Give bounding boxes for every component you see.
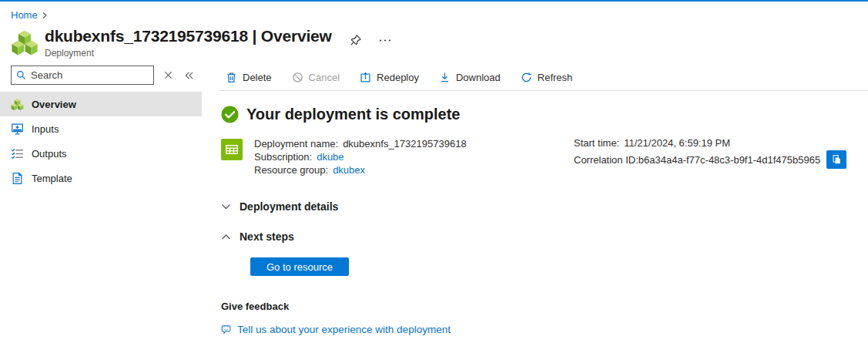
deployment-name-row: Deployment name:dkubexnfs_1732195739618	[254, 137, 467, 150]
sidebar-item-label: Outputs	[32, 148, 67, 160]
copy-icon	[831, 154, 842, 165]
page-title: dkubexnfs_1732195739618 | Overview	[45, 26, 332, 46]
resource-group-link[interactable]: dkubex	[333, 164, 365, 176]
outputs-icon	[11, 147, 24, 160]
search-input[interactable]	[31, 69, 149, 81]
deployment-details-section-toggle[interactable]: Deployment details	[221, 200, 868, 213]
more-icon[interactable]	[377, 37, 393, 44]
redeploy-button[interactable]: Redeploy	[360, 72, 419, 83]
toolbar-divider	[220, 90, 868, 91]
sidebar: Overview Inputs	[0, 66, 202, 345]
collapse-sidebar-icon[interactable]	[183, 69, 196, 82]
sidebar-menu: Overview Inputs	[0, 92, 202, 190]
chevron-right-icon	[41, 11, 49, 20]
clear-search-icon[interactable]	[163, 69, 174, 81]
deployment-name-value: dkubexnfs_1732195739618	[343, 138, 466, 150]
refresh-icon	[521, 72, 532, 83]
status-message: Your deployment is complete	[246, 106, 460, 123]
cancel-button[interactable]: Cancel	[292, 72, 340, 83]
correlation-id-row: Correlation ID:b6a34a4a-f77c-48c3-b9f1-4…	[574, 150, 846, 169]
template-icon	[11, 172, 24, 185]
cancel-icon	[292, 72, 303, 83]
refresh-button[interactable]: Refresh	[521, 72, 573, 83]
next-steps-section-toggle[interactable]: Next steps	[221, 230, 868, 243]
breadcrumb: Home	[0, 2, 868, 21]
page-subtitle: Deployment	[45, 48, 332, 59]
feedback-icon	[221, 324, 233, 335]
sidebar-item-label: Template	[32, 173, 72, 184]
trash-icon	[226, 72, 237, 83]
chevron-up-icon	[221, 234, 231, 240]
resource-group-icon	[221, 139, 243, 160]
resource-group-row: Resource group:dkubex	[254, 163, 467, 176]
sidebar-item-overview[interactable]: Overview	[0, 92, 202, 116]
inputs-icon	[11, 123, 24, 136]
deployment-status: Your deployment is complete	[221, 106, 868, 123]
search-box	[11, 66, 154, 85]
deployment-summary: Deployment name:dkubexnfs_1732195739618 …	[221, 137, 868, 176]
breadcrumb-home-link[interactable]: Home	[11, 9, 38, 21]
give-feedback-heading: Give feedback	[221, 301, 868, 312]
sidebar-item-label: Overview	[32, 99, 76, 110]
pin-icon[interactable]	[347, 32, 364, 49]
subscription-link[interactable]: dkube	[317, 151, 344, 163]
deployment-cubes-icon	[11, 29, 39, 56]
start-time-value: 11/21/2024, 6:59:19 PM	[624, 137, 730, 149]
sidebar-item-label: Inputs	[32, 123, 59, 135]
page-header: dkubexnfs_1732195739618 | Overview Deplo…	[0, 21, 868, 59]
feedback-link[interactable]: Tell us about your experience with deplo…	[237, 324, 451, 335]
download-icon	[439, 72, 451, 83]
deployment-cubes-icon	[11, 98, 24, 111]
chevron-down-icon	[221, 203, 231, 210]
toolbar: Delete Cancel Redeploy	[202, 66, 868, 86]
main-panel: Delete Cancel Redeploy	[202, 66, 868, 345]
redeploy-icon	[360, 72, 371, 83]
sidebar-item-outputs[interactable]: Outputs	[0, 141, 202, 166]
sidebar-item-inputs[interactable]: Inputs	[0, 116, 202, 141]
download-button[interactable]: Download	[439, 72, 501, 83]
copy-correlation-id-button[interactable]	[826, 150, 846, 169]
search-icon	[16, 70, 26, 80]
sidebar-item-template[interactable]: Template	[0, 166, 202, 190]
correlation-id-value: b6a34a4a-f77c-48c3-b9f1-4d1f475b5965	[638, 153, 820, 166]
delete-button[interactable]: Delete	[226, 72, 272, 83]
success-check-icon	[221, 106, 239, 123]
subscription-row: Subscription:dkube	[254, 150, 467, 163]
start-time-row: Start time:11/21/2024, 6:59:19 PM	[574, 137, 846, 149]
go-to-resource-button[interactable]: Go to resource	[250, 257, 349, 276]
